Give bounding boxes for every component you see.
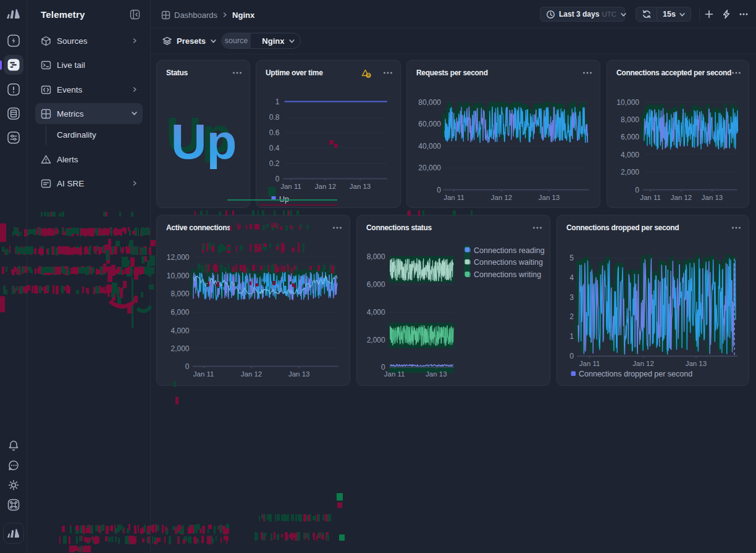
svg-text:0: 0 <box>185 362 190 371</box>
svg-text:5: 5 <box>569 254 574 262</box>
svg-text:2,000: 2,000 <box>367 336 385 344</box>
svg-text:Jan 11: Jan 11 <box>384 370 405 378</box>
svg-text:Jan 11: Jan 11 <box>443 194 464 201</box>
svg-text:60,000: 60,000 <box>418 120 441 128</box>
svg-text:Connections writing: Connections writing <box>474 270 541 279</box>
svg-text:0: 0 <box>381 363 385 372</box>
svg-text:0.2: 0.2 <box>269 159 280 168</box>
svg-text:2,000: 2,000 <box>621 168 639 177</box>
svg-text:8,000: 8,000 <box>621 115 639 124</box>
svg-text:Jan 13: Jan 13 <box>426 370 447 378</box>
svg-text:Jan 12: Jan 12 <box>632 360 654 367</box>
svg-text:40,000: 40,000 <box>418 142 441 151</box>
svg-text:Connections reading: Connections reading <box>474 246 545 255</box>
svg-text:Jan 13: Jan 13 <box>350 183 371 190</box>
svg-text:10,000: 10,000 <box>167 272 190 280</box>
svg-text:8,000: 8,000 <box>367 252 385 261</box>
svg-text:2,000: 2,000 <box>170 344 189 353</box>
svg-text:Jan 13: Jan 13 <box>686 360 707 367</box>
svg-text:3: 3 <box>569 293 574 302</box>
svg-text:20,000: 20,000 <box>418 164 441 172</box>
svg-text:Jan 13: Jan 13 <box>288 370 310 378</box>
svg-text:6,000: 6,000 <box>367 280 385 289</box>
svg-text:4,000: 4,000 <box>170 326 189 335</box>
svg-text:Jan 12: Jan 12 <box>491 194 513 201</box>
svg-text:Jan 11: Jan 11 <box>640 194 661 201</box>
svg-text:6,000: 6,000 <box>621 133 639 141</box>
svg-text:10,000: 10,000 <box>616 98 639 107</box>
svg-text:4: 4 <box>569 273 574 282</box>
svg-text:Jan 13: Jan 13 <box>539 194 560 201</box>
svg-text:Up: Up <box>171 114 237 169</box>
svg-text:0: 0 <box>635 186 639 194</box>
svg-text:Connections waiting: Connections waiting <box>474 258 543 267</box>
svg-text:Up: Up <box>279 195 289 204</box>
svg-text:80,000: 80,000 <box>418 98 441 107</box>
svg-text:Jan 11: Jan 11 <box>579 360 600 367</box>
svg-text:0.6: 0.6 <box>269 128 280 137</box>
svg-text:4,000: 4,000 <box>367 308 385 317</box>
svg-text:Jan 12: Jan 12 <box>241 370 262 378</box>
svg-text:0: 0 <box>437 186 441 194</box>
svg-text:Connections dropped per second: Connections dropped per second <box>579 370 692 378</box>
svg-text:Jan 13: Jan 13 <box>702 194 723 201</box>
svg-text:0.8: 0.8 <box>269 113 280 122</box>
svg-text:Jan 12: Jan 12 <box>671 194 692 201</box>
svg-text:Jan 11: Jan 11 <box>280 183 301 190</box>
svg-text:8,000: 8,000 <box>170 289 189 298</box>
svg-text:4,000: 4,000 <box>621 151 639 159</box>
svg-text:0: 0 <box>569 352 574 360</box>
svg-text:Jan 12: Jan 12 <box>315 183 337 190</box>
svg-text:6,000: 6,000 <box>170 308 189 317</box>
svg-text:12,000: 12,000 <box>167 253 190 262</box>
svg-text:1: 1 <box>569 332 574 341</box>
svg-text:2: 2 <box>569 312 574 321</box>
svg-text:Jan 11: Jan 11 <box>193 370 214 378</box>
svg-text:1: 1 <box>275 98 280 106</box>
svg-text:0.4: 0.4 <box>269 144 280 152</box>
svg-text:0: 0 <box>275 175 280 183</box>
svg-text:0: 0 <box>368 73 370 77</box>
